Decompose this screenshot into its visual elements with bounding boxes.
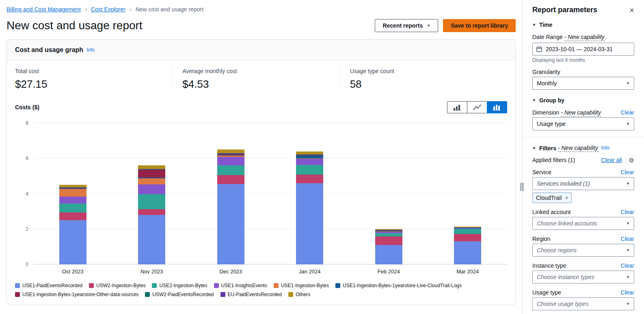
chevron-down-icon: ▼ [626, 275, 630, 279]
service-select[interactable]: Services included (1) ▼ [532, 177, 634, 190]
linked-account-select[interactable]: Choose linked accounts ▼ [532, 217, 634, 230]
date-range-label: Date Range- New capability [532, 34, 605, 40]
bar-segment [375, 236, 402, 245]
stat-label: Average monthly cost [182, 68, 339, 74]
header-actions: Recent reports ▼ Save to report library [375, 19, 516, 32]
clear-region-link[interactable]: Clear [621, 236, 634, 242]
chart-y-axis-title: Costs ($) [15, 104, 39, 110]
region-select[interactable]: Choose regions ▼ [532, 244, 634, 257]
bar-segment [138, 178, 165, 185]
stat-label: Usage type count [350, 68, 507, 74]
breadcrumb-separator-icon: › [130, 6, 132, 13]
bar-nov-2023[interactable] [138, 123, 165, 264]
legend-item[interactable]: USE1-Ingestion-Bytes-1yearstore-Other-da… [15, 292, 138, 297]
gear-icon[interactable]: ⚙ [629, 157, 634, 163]
clear-usage-type-link[interactable]: Clear [621, 289, 634, 296]
bar-segment [138, 209, 165, 215]
section-title: Time [539, 22, 552, 28]
date-range-value: 2023-10-01 — 2024-03-31 [546, 46, 613, 52]
divider [625, 157, 626, 163]
legend-item[interactable]: EU-PaidEventsRecorded [220, 292, 282, 297]
legend-swatch [15, 292, 20, 297]
bar-segment [59, 212, 86, 221]
stacked-bar-chart-toggle[interactable] [487, 101, 507, 113]
recent-reports-button[interactable]: Recent reports ▼ [375, 19, 438, 32]
clear-dimension-link[interactable]: Clear [621, 109, 634, 116]
summary-stats: Total cost $27.15 Average monthly cost $… [7, 61, 515, 98]
x-tick-label: Jan 2024 [270, 269, 350, 275]
linked-account-placeholder: Choose linked accounts [537, 220, 597, 227]
region-placeholder: Choose regions [537, 247, 577, 253]
bar-segment [59, 220, 86, 264]
legend-item[interactable]: Others [288, 292, 310, 297]
stat-label: Total cost [15, 68, 172, 74]
date-range-input[interactable]: 2023-10-01 — 2024-03-31 [532, 43, 634, 56]
legend-item[interactable]: USW2-PaidEventsRecorded [145, 292, 214, 297]
panel-resize-handle-icon[interactable] [521, 183, 523, 191]
bar-segment [138, 194, 165, 209]
bar-mar-2024[interactable] [454, 123, 481, 264]
panel-title: Report parameters [532, 6, 597, 14]
clear-all-link[interactable]: Clear all [601, 157, 622, 163]
new-capability-badge: - New capability [564, 34, 605, 41]
bar-feb-2024[interactable] [375, 123, 402, 264]
granularity-select[interactable]: Monthly ▼ [532, 77, 634, 90]
bar-segment [296, 175, 323, 183]
line-chart-toggle[interactable] [467, 101, 487, 113]
bar-segment [217, 165, 244, 175]
filter-token-cloudtrail: CloudTrail × [532, 193, 572, 203]
legend-swatch [152, 283, 157, 288]
legend-swatch [274, 283, 279, 288]
new-capability-badge: - New capability [561, 109, 601, 117]
calendar-icon [536, 46, 542, 52]
chart-legend: USE1-PaidEventsRecordedUSW2-Ingestion-By… [15, 283, 507, 297]
clear-service-link[interactable]: Clear [621, 169, 634, 175]
usage-type-select[interactable]: Choose usage types ▼ [532, 297, 634, 310]
legend-item[interactable]: USE1-InsightsEvents [214, 283, 267, 288]
chevron-down-icon: ▼ [626, 249, 630, 252]
recent-reports-label: Recent reports [383, 22, 423, 29]
bar-group [270, 123, 350, 264]
filters-info-link[interactable]: Info [601, 145, 609, 151]
granularity-value: Monthly [537, 80, 557, 87]
x-tick-label: Dec 2023 [191, 269, 270, 275]
bar-chart-toggle[interactable] [447, 101, 467, 113]
instance-type-select[interactable]: Choose instance types ▼ [532, 271, 634, 284]
collapse-caret-icon: ▼ [532, 98, 536, 102]
breadcrumb: Billing and Cost Management › Cost Explo… [6, 0, 516, 13]
cost-and-usage-card: Cost and usage graph Info Total cost $27… [6, 39, 516, 305]
legend-item[interactable]: USE1-Ingestion-Bytes-1yearstore-Live-Clo… [335, 283, 462, 288]
legend-item[interactable]: USE1-Ingestion-Bytes [274, 283, 329, 288]
dimension-label: Dimension- New capability [532, 109, 601, 116]
line-chart-icon [473, 104, 481, 110]
bar-dec-2023[interactable] [217, 123, 244, 264]
legend-item[interactable]: USE1-PaidEventsRecorded [15, 283, 82, 288]
bar-oct-2023[interactable] [59, 123, 86, 264]
bar-segment [454, 234, 481, 241]
section-header-time[interactable]: ▼ Time [532, 22, 634, 28]
close-icon[interactable]: × [629, 6, 634, 14]
breadcrumb-link-billing[interactable]: Billing and Cost Management [6, 6, 81, 13]
token-remove-icon[interactable]: × [565, 195, 568, 201]
section-header-group-by[interactable]: ▼ Group by [532, 97, 634, 104]
section-header-filters[interactable]: ▼ Filters - New capability Info [532, 145, 634, 152]
bar-segment [138, 184, 165, 194]
save-to-report-library-button[interactable]: Save to report library [443, 19, 516, 32]
legend-item[interactable]: USW2-Ingestion-Bytes [89, 283, 145, 288]
usage-type-placeholder: Choose usage types [537, 301, 589, 307]
clear-instance-type-link[interactable]: Clear [621, 262, 634, 269]
x-tick-label: Oct 2023 [33, 269, 112, 275]
card-title: Cost and usage graph [15, 46, 83, 54]
graph-info-link[interactable]: Info [86, 47, 95, 53]
token-label: CloudTrail [536, 195, 562, 201]
legend-item[interactable]: USE2-Ingestion-Bytes [152, 283, 207, 288]
app-window: Billing and Cost Management › Cost Explo… [0, 0, 644, 314]
clear-linked-account-link[interactable]: Clear [621, 209, 634, 215]
main-content: Billing and Cost Management › Cost Explo… [0, 0, 522, 314]
bar-segment [138, 170, 165, 178]
stat-total-cost: Total cost $27.15 [15, 68, 172, 91]
dimension-select[interactable]: Usage type ▼ [532, 117, 634, 130]
bar-segment [454, 241, 481, 264]
bar-jan-2024[interactable] [296, 123, 323, 264]
breadcrumb-link-cost-explorer[interactable]: Cost Explorer [91, 6, 125, 13]
